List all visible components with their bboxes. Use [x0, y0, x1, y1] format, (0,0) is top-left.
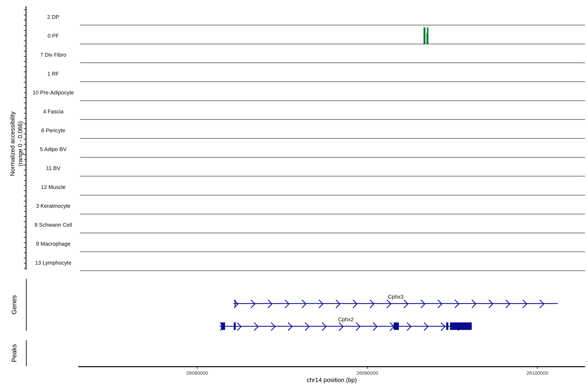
y-axis-tick [24, 211, 26, 212]
track-separator [80, 138, 585, 139]
track-separator [80, 233, 585, 233]
track-separator [80, 176, 585, 176]
y-axis-tick [24, 46, 26, 46]
y-axis-tick [24, 25, 26, 26]
y-axis-tick [24, 185, 26, 186]
gene-name-label: Cphx3 [388, 294, 404, 300]
track-separator [80, 44, 585, 44]
strand-arrow-icon [352, 322, 360, 331]
peaks-section-label: Peaks [10, 344, 18, 362]
y-axis-tick [24, 82, 26, 82]
y-axis-tick [24, 20, 26, 20]
track-label: 8 Schwann Cell [34, 222, 72, 228]
strand-arrow-icon [230, 300, 238, 308]
track-label: 13 Lymphocyte [35, 260, 72, 266]
track-label: 4 Fascia [43, 108, 64, 115]
y-axis-tick [24, 61, 26, 62]
genes-section-label: Genes [10, 295, 18, 314]
y-axis-label-line2: (range 0 - 0.066) [16, 112, 24, 176]
y-axis-tick [24, 92, 26, 93]
track-label: 6 Pericyte [41, 128, 65, 134]
track-label: 5 Adipo BV [40, 146, 66, 152]
strand-arrow-icon [437, 322, 446, 331]
strand-arrow-icon [383, 300, 391, 308]
y-axis-tick [24, 30, 26, 31]
track-label: 2 DP [47, 14, 59, 20]
y-axis-tick [24, 196, 26, 196]
strand-arrow-icon [298, 300, 306, 308]
x-axis-tick-label: 26080000 [186, 370, 208, 376]
y-axis-tick [24, 10, 26, 10]
strand-arrow-icon [366, 300, 374, 308]
x-axis-title: chr14 position (bp) [307, 377, 357, 384]
y-axis-tick [24, 154, 26, 155]
strand-arrow-icon [318, 322, 326, 331]
strand-arrow-icon [247, 300, 256, 308]
genome-track-figure: Normalized accessibility (range 0 - 0.06… [0, 0, 588, 392]
y-axis-tick [24, 102, 26, 103]
y-axis-tick [24, 149, 26, 150]
strand-arrow-icon [332, 300, 340, 308]
y-axis-tick [24, 263, 26, 264]
strand-arrow-icon [369, 322, 378, 331]
strand-arrow-icon [468, 300, 476, 308]
track-label: 10 Pre-Adipocyte [32, 90, 74, 96]
y-axis-label: Normalized accessibility (range 0 - 0.06… [9, 112, 24, 176]
y-axis-tick [24, 118, 26, 119]
y-axis-tick [24, 222, 26, 222]
track-label: 1 RF [47, 71, 59, 77]
peaks-bracket [26, 340, 26, 366]
track-separator [80, 100, 585, 101]
y-axis-tick [24, 66, 26, 67]
exon-box [234, 322, 236, 330]
y-axis-tick [24, 216, 26, 217]
track-separator [80, 270, 585, 271]
y-axis-tick [24, 252, 26, 253]
track-label: 7 Div Fibro [40, 52, 66, 58]
track-label: 3 Keratinocyte [36, 203, 70, 209]
exon-box [235, 300, 236, 307]
strand-arrow-icon [451, 300, 459, 308]
y-axis-tick [24, 128, 26, 129]
y-axis-tick [24, 113, 26, 114]
track-separator [80, 214, 585, 214]
strand-arrow-icon [420, 322, 428, 331]
y-axis-tick [24, 206, 26, 206]
y-axis-tick [24, 180, 26, 181]
y-axis-tick [24, 232, 26, 232]
y-axis-tick [24, 237, 26, 238]
track-label: 11 BV [46, 165, 60, 171]
y-axis-tick [24, 160, 26, 160]
x-axis-tick [367, 367, 368, 369]
track-label: 0 PF [48, 33, 59, 39]
y-axis-tick [24, 108, 26, 108]
track-separator [80, 195, 585, 195]
y-axis-tick [24, 190, 26, 191]
strand-arrow-icon [335, 322, 344, 331]
strand-arrow-icon [386, 322, 394, 331]
strand-arrow-icon [284, 322, 292, 331]
strand-arrow-icon [536, 300, 544, 308]
y-axis-tick [24, 165, 26, 165]
y-axis-tick [24, 15, 26, 15]
y-axis-tick [24, 247, 26, 248]
strand-arrow-icon [519, 300, 527, 308]
genes-bracket [26, 279, 26, 331]
y-axis-tick [24, 87, 26, 88]
y-axis-tick [24, 123, 26, 124]
y-axis-tick [24, 51, 26, 52]
y-axis-tick [24, 56, 26, 57]
strand-arrow-icon [403, 322, 412, 331]
y-axis-tick [24, 97, 26, 98]
y-axis-tick [24, 35, 26, 36]
y-axis-tick [24, 201, 26, 202]
y-axis-tick [24, 144, 26, 144]
x-axis-tick-label: 26090000 [356, 370, 378, 376]
exon-box [394, 322, 399, 330]
strand-arrow-icon [264, 300, 272, 308]
x-axis-tick-label: 26100000 [526, 370, 548, 376]
x-axis-line [78, 366, 585, 367]
y-axis-tick [24, 242, 26, 243]
track-label: 9 Macrophage [36, 241, 70, 247]
y-axis-tick [24, 227, 26, 227]
